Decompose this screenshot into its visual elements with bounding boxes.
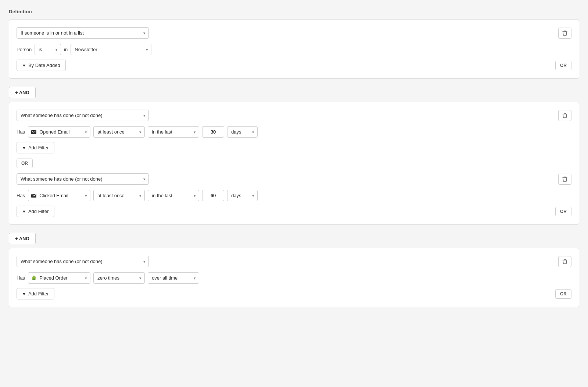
delete-btn-1[interactable]	[558, 28, 571, 39]
or-badge-inner[interactable]: OR	[17, 159, 33, 168]
list-select[interactable]: Newsletter VIP Subscribers	[71, 44, 151, 55]
freq-select-wrap-3[interactable]: at least once zero times exactly more th…	[93, 272, 145, 284]
filter-icon: ▼	[22, 63, 26, 68]
filter-icon-2: ▼	[22, 146, 26, 150]
number-input-2[interactable]	[202, 190, 224, 201]
delete-btn-2[interactable]	[558, 110, 571, 121]
add-filter-label-2: Add Filter	[28, 209, 49, 214]
event-select-wrap-1[interactable]: Opened Email Clicked Email Placed Order	[28, 126, 90, 138]
unit-select-wrap-2[interactable]: days weeks months	[227, 190, 258, 201]
or-group-item-2: If someone is in or not in a list What s…	[17, 173, 571, 217]
add-filter-btn-2[interactable]: ▼ Add Filter	[17, 206, 54, 217]
unit-select-2[interactable]: days weeks months	[227, 190, 258, 201]
person-row: Person is is not in Newsletter VIP Subsc…	[17, 44, 571, 55]
page-title: Definition	[9, 9, 579, 14]
type-select-2b[interactable]: If someone is in or not in a list What s…	[17, 173, 149, 185]
has-row-1: Has Opened Email Clicked Email Placed Or…	[17, 126, 571, 138]
by-date-added-btn[interactable]: ▼ By Date Added	[17, 60, 66, 71]
time-select-wrap-1[interactable]: in the last over all time before after	[148, 126, 199, 138]
time-select-wrap-3[interactable]: in the last over all time before after	[148, 272, 199, 284]
add-filter-btn-3[interactable]: ▼ Add Filter	[17, 288, 54, 299]
has-label-2: Has	[17, 193, 25, 198]
by-date-added-label: By Date Added	[28, 63, 60, 68]
add-filter-row-1: ▼ Add Filter	[17, 142, 571, 153]
or-btn-3[interactable]: OR	[555, 289, 571, 299]
filter-icon-3: ▼	[22, 209, 26, 214]
has-label-3: Has	[17, 275, 25, 281]
condition-header-2: If someone is in or not in a list What s…	[17, 110, 571, 121]
type-select-wrap-1[interactable]: If someone is in or not in a list What s…	[17, 27, 149, 39]
type-select-wrap-3[interactable]: If someone is in or not in a list What s…	[17, 256, 149, 267]
event-select-wrap-3[interactable]: Opened Email Clicked Email Placed Order	[28, 272, 90, 284]
freq-select-2[interactable]: at least once zero times exactly more th…	[93, 190, 145, 201]
freq-select-wrap-1[interactable]: at least once zero times exactly more th…	[93, 126, 145, 138]
condition-block-1: If someone is in or not in a list What s…	[9, 19, 579, 79]
or-separator: OR	[17, 159, 571, 168]
unit-select-wrap-1[interactable]: days weeks months	[227, 126, 258, 138]
freq-select-3[interactable]: at least once zero times exactly more th…	[93, 272, 145, 284]
type-select-2[interactable]: If someone is in or not in a list What s…	[17, 110, 149, 121]
add-filter-label-3: Add Filter	[28, 291, 49, 297]
time-select-wrap-2[interactable]: in the last over all time before after	[148, 190, 199, 201]
freq-select-1[interactable]: at least once zero times exactly more th…	[93, 126, 145, 138]
event-select-2[interactable]: Opened Email Clicked Email Placed Order	[28, 190, 90, 201]
list-select-wrap[interactable]: Newsletter VIP Subscribers	[71, 44, 151, 55]
unit-select-1[interactable]: days weeks months	[227, 126, 258, 138]
is-select-wrap[interactable]: is is not	[35, 44, 61, 55]
delete-btn-3[interactable]	[558, 256, 571, 267]
type-select-wrap-2b[interactable]: If someone is in or not in a list What s…	[17, 173, 149, 185]
event-select-wrap-2[interactable]: Opened Email Clicked Email Placed Order	[28, 190, 90, 201]
in-label: in	[64, 47, 68, 52]
type-select-1[interactable]: If someone is in or not in a list What s…	[17, 27, 149, 39]
condition-header-1: If someone is in or not in a list What s…	[17, 27, 571, 39]
and-btn-1[interactable]: + AND	[9, 87, 36, 98]
has-row-2: Has Opened Email Clicked Email Placed Or…	[17, 190, 571, 201]
condition-header-3: If someone is in or not in a list What s…	[17, 256, 571, 267]
freq-select-wrap-2[interactable]: at least once zero times exactly more th…	[93, 190, 145, 201]
block1-footer: ▼ By Date Added OR	[17, 60, 571, 71]
time-select-1[interactable]: in the last over all time before after	[148, 126, 199, 138]
or-btn-2[interactable]: OR	[555, 207, 571, 216]
has-row-3: Has Opened Email Clicked Email Placed Or…	[17, 272, 571, 284]
person-label: Person	[17, 47, 32, 52]
condition-block-3: If someone is in or not in a list What s…	[9, 248, 579, 307]
is-select[interactable]: is is not	[35, 44, 61, 55]
condition-block-2: If someone is in or not in a list What s…	[9, 102, 579, 225]
type-select-wrap-2[interactable]: If someone is in or not in a list What s…	[17, 110, 149, 121]
and-btn-2[interactable]: + AND	[9, 233, 36, 244]
filter-icon-4: ▼	[22, 292, 26, 296]
add-filter-label-1: Add Filter	[28, 145, 49, 150]
time-select-2[interactable]: in the last over all time before after	[148, 190, 199, 201]
type-select-3[interactable]: If someone is in or not in a list What s…	[17, 256, 149, 267]
or-group-item-1: If someone is in or not in a list What s…	[17, 110, 571, 153]
condition-header-2b: If someone is in or not in a list What s…	[17, 173, 571, 185]
delete-btn-2b[interactable]	[558, 174, 571, 185]
add-filter-row-2: ▼ Add Filter OR	[17, 206, 571, 217]
add-filter-row-3: ▼ Add Filter OR	[17, 288, 571, 299]
or-btn-1[interactable]: OR	[555, 61, 571, 70]
add-filter-btn-1[interactable]: ▼ Add Filter	[17, 142, 54, 153]
number-input-1[interactable]	[202, 126, 224, 138]
event-select-1[interactable]: Opened Email Clicked Email Placed Order	[28, 126, 90, 138]
time-select-3[interactable]: in the last over all time before after	[148, 272, 199, 284]
has-label-1: Has	[17, 129, 25, 135]
event-select-3[interactable]: Opened Email Clicked Email Placed Order	[28, 272, 90, 284]
